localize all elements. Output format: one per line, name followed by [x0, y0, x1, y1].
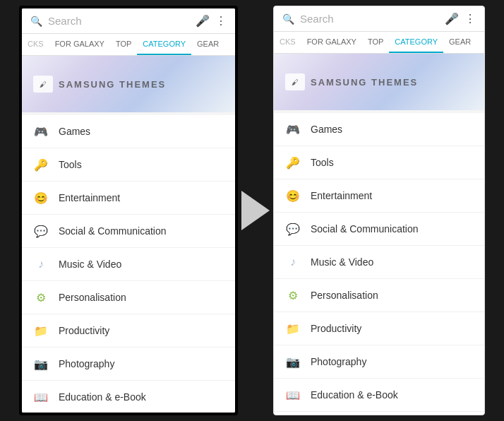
left-category-content: 🖌 SAMSUNG THEMES 🎮 Games 🔑 Tools 😊 Enter…	[22, 56, 235, 413]
left-category-item-7[interactable]: 📷 Photography	[22, 348, 235, 381]
tab-gear-right[interactable]: GEAR	[443, 32, 476, 53]
cat-icon-8: 📖	[33, 389, 49, 405]
cat-label-8: Education & e-Book	[59, 391, 146, 403]
left-tabs: CKS FOR GALAXY TOP CATEGORY GEAR	[22, 34, 235, 56]
right-category-list: 🎮 Games 🔑 Tools 😊 Entertainment 💬 Social…	[274, 113, 484, 415]
left-category-item-2[interactable]: 😊 Entertainment	[22, 182, 235, 215]
tab-gear-left[interactable]: GEAR	[191, 34, 224, 55]
right-cat-icon-4: ♪	[285, 254, 301, 270]
right-cat-icon-6: 📁	[285, 321, 301, 336]
tab-category-left[interactable]: CATEGORY	[137, 34, 191, 55]
left-category-item-5[interactable]: ⚙ Personalisation	[22, 281, 235, 314]
right-arrow-shape	[241, 191, 270, 230]
right-search-input[interactable]: Search	[300, 13, 439, 25]
right-search-bar: 🔍 Search 🎤 ⋮	[274, 6, 484, 32]
right-cat-icon-3: 💬	[285, 221, 301, 237]
cat-label-0: Games	[59, 126, 90, 137]
cat-label-6: Productivity	[59, 325, 109, 336]
right-category-item-2[interactable]: 😊 Entertainment	[274, 179, 484, 213]
right-cat-icon-5: ⚙	[285, 287, 301, 303]
cat-label-4: Music & Video	[59, 259, 121, 270]
right-category-item-8[interactable]: 📖 Education & e-Book	[274, 379, 484, 412]
left-category-list: 🎮 Games 🔑 Tools 😊 Entertainment 💬 Social…	[22, 115, 235, 413]
left-category-item-3[interactable]: 💬 Social & Communication	[22, 215, 235, 248]
right-tabs: CKS FOR GALAXY TOP CATEGORY GEAR	[274, 32, 484, 54]
cat-icon-5: ⚙	[33, 290, 49, 305]
left-samsung-header: 🖌 SAMSUNG THEMES	[22, 56, 235, 112]
left-category-item-0[interactable]: 🎮 Games	[22, 115, 235, 148]
right-cat-label-6: Productivity	[311, 323, 361, 334]
left-category-item-4[interactable]: ♪ Music & Video	[22, 248, 235, 281]
right-category-item-5[interactable]: ⚙ Personalisation	[274, 279, 484, 312]
right-cat-label-8: Education & e-Book	[311, 389, 398, 401]
right-cat-icon-0: 🎮	[285, 121, 301, 137]
cat-icon-1: 🔑	[33, 157, 49, 172]
transition-arrow	[238, 191, 273, 230]
right-cat-icon-2: 😊	[285, 188, 301, 203]
mic-icon[interactable]: 🎤	[196, 14, 210, 28]
right-cat-icon-7: 📷	[285, 354, 301, 369]
right-samsung-header: 🖌 SAMSUNG THEMES	[274, 54, 484, 110]
samsung-logo-text: SAMSUNG THEMES	[59, 79, 166, 90]
more-icon[interactable]: ⋮	[215, 14, 227, 28]
right-cat-label-7: Photography	[311, 356, 366, 367]
left-category-item-1[interactable]: 🔑 Tools	[22, 148, 235, 182]
right-category-item-9[interactable]: 👤 Lifestyle	[274, 412, 484, 415]
tab-top-left[interactable]: TOP	[110, 34, 137, 55]
right-samsung-logo-text: SAMSUNG THEMES	[311, 77, 418, 88]
right-category-item-7[interactable]: 📷 Photography	[274, 345, 484, 379]
tab-forgalaxy-left[interactable]: FOR GALAXY	[49, 34, 110, 55]
left-search-bar: 🔍 Search 🎤 ⋮	[22, 8, 235, 34]
cat-icon-7: 📷	[33, 356, 49, 372]
cat-label-2: Entertainment	[59, 192, 120, 203]
right-category-item-0[interactable]: 🎮 Games	[274, 113, 484, 146]
cat-label-3: Social & Communication	[59, 225, 167, 237]
left-phone-panel: 🔍 Search 🎤 ⋮ CKS FOR GALAXY TOP CATEGORY…	[19, 6, 238, 415]
right-samsung-logo-area: 🖌 SAMSUNG THEMES	[285, 73, 418, 90]
left-category-item-6[interactable]: 📁 Productivity	[22, 314, 235, 348]
tab-cks-left[interactable]: CKS	[22, 34, 49, 55]
cat-icon-3: 💬	[33, 223, 49, 239]
right-cat-label-3: Social & Communication	[311, 223, 419, 235]
right-category-item-1[interactable]: 🔑 Tools	[274, 146, 484, 179]
tab-top-right[interactable]: TOP	[362, 32, 389, 53]
right-more-icon[interactable]: ⋮	[464, 12, 476, 25]
search-icon: 🔍	[30, 16, 42, 27]
right-search-icon: 🔍	[282, 13, 294, 25]
right-cat-label-5: Personalisation	[311, 290, 378, 301]
right-cat-label-0: Games	[311, 124, 342, 135]
right-samsung-logo-icon: 🖌	[285, 73, 305, 90]
tab-cks-right[interactable]: CKS	[274, 32, 301, 53]
right-mic-icon[interactable]: 🎤	[445, 12, 459, 25]
samsung-logo-area: 🖌 SAMSUNG THEMES	[33, 76, 166, 93]
cat-label-5: Personalisation	[59, 292, 126, 303]
right-category-item-3[interactable]: 💬 Social & Communication	[274, 213, 484, 246]
right-cat-icon-8: 📖	[285, 387, 301, 403]
left-search-input[interactable]: Search	[48, 15, 190, 27]
samsung-logo-icon: 🖌	[33, 76, 53, 93]
right-cat-label-2: Entertainment	[311, 190, 372, 201]
right-cat-icon-1: 🔑	[285, 155, 301, 170]
cat-icon-2: 😊	[33, 190, 49, 206]
right-cat-label-1: Tools	[311, 157, 334, 168]
cat-label-1: Tools	[59, 159, 82, 170]
cat-icon-0: 🎮	[33, 124, 49, 139]
tab-category-right[interactable]: CATEGORY	[389, 32, 443, 53]
right-phone-panel: 🔍 Search 🎤 ⋮ CKS FOR GALAXY TOP CATEGORY…	[273, 6, 485, 415]
cat-label-7: Photography	[59, 358, 114, 369]
cat-icon-6: 📁	[33, 323, 49, 338]
right-category-item-6[interactable]: 📁 Productivity	[274, 312, 484, 345]
tab-forgalaxy-right[interactable]: FOR GALAXY	[301, 32, 362, 53]
cat-icon-4: ♪	[33, 256, 49, 272]
right-category-content: 🖌 SAMSUNG THEMES 🎮 Games 🔑 Tools 😊 Enter…	[274, 54, 484, 415]
left-category-item-8[interactable]: 📖 Education & e-Book	[22, 381, 235, 413]
right-cat-label-4: Music & Video	[311, 256, 373, 268]
right-category-item-4[interactable]: ♪ Music & Video	[274, 246, 484, 279]
